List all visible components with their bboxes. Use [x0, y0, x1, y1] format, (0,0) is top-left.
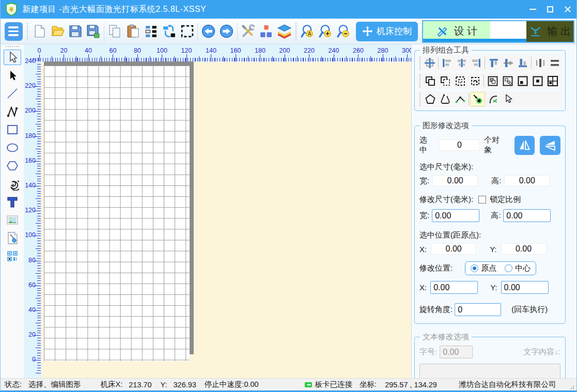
tool-node-edit[interactable] — [4, 68, 21, 83]
lock-ratio-checkbox[interactable] — [478, 196, 486, 203]
align-top-button[interactable] — [486, 56, 501, 70]
save-button[interactable] — [67, 20, 85, 43]
align-tool-row — [418, 55, 562, 71]
break-apart-button[interactable] — [500, 74, 515, 88]
flip-horizontal-button[interactable] — [514, 136, 535, 155]
rotate-angle-input[interactable] — [455, 303, 501, 316]
polygon-open-button[interactable] — [438, 92, 453, 106]
modify-height-input[interactable] — [503, 209, 551, 222]
arrange-tools-title: 排列组合工具 — [420, 45, 472, 55]
polygon-close-button[interactable] — [423, 92, 438, 106]
tab-output[interactable]: 输 出 — [526, 21, 573, 42]
tool-image[interactable] — [4, 212, 21, 228]
align-bottom-button[interactable] — [516, 56, 530, 70]
modify-size-label: 修改尺寸(毫米): — [419, 195, 473, 205]
tool-spiral[interactable] — [4, 176, 21, 192]
mode-tabs: 设 计 输 出 — [422, 20, 574, 43]
snap-node-button[interactable] — [470, 92, 485, 106]
combine-dashed-button[interactable] — [453, 74, 467, 88]
select-all-button[interactable] — [178, 20, 196, 43]
align-center-h-button[interactable] — [455, 56, 469, 70]
array-button[interactable] — [142, 20, 160, 43]
toolbar-grip — [27, 23, 28, 40]
space-horizontal-button[interactable] — [533, 56, 547, 70]
copy-icon — [107, 24, 122, 39]
align-right-button[interactable] — [469, 56, 484, 70]
rectangle-icon — [6, 123, 19, 136]
tool-polyline[interactable] — [4, 104, 21, 119]
tool-vector-fill[interactable] — [4, 230, 21, 246]
regroup-button[interactable] — [467, 74, 482, 88]
space-vertical-button[interactable] — [548, 56, 562, 70]
h-ruler-label: 280 — [375, 47, 391, 54]
v-ruler-label: 120 — [24, 207, 36, 214]
work-area-grid[interactable] — [44, 66, 190, 361]
image-icon — [6, 213, 19, 227]
layers-button[interactable] — [275, 20, 293, 43]
align-left-button[interactable] — [440, 56, 454, 70]
zoom-out-button[interactable] — [335, 20, 353, 43]
align-middle-button[interactable] — [501, 56, 516, 70]
save-as-button[interactable] — [84, 20, 102, 43]
ellipse-icon — [6, 141, 19, 154]
zoom-fit-button[interactable]: A — [299, 20, 317, 43]
tool-array-copy[interactable] — [4, 248, 21, 264]
tool-line[interactable] — [4, 86, 21, 101]
group-button[interactable] — [423, 74, 438, 88]
minimize-button[interactable] — [524, 0, 541, 19]
x-label: X: — [419, 283, 427, 292]
resize-grip[interactable] — [570, 384, 575, 389]
machine-x-value: 213.70 — [129, 381, 151, 389]
modify-width-input[interactable] — [432, 209, 479, 222]
radio-origin[interactable]: 原点 — [471, 263, 496, 273]
anchor-bottom-left-button[interactable] — [515, 74, 530, 88]
redo-button[interactable] — [217, 20, 236, 43]
anchor-pane-button[interactable] — [545, 74, 560, 88]
maximize-button[interactable] — [541, 0, 559, 19]
tool-text[interactable] — [4, 194, 21, 210]
tool-rectangle[interactable] — [4, 122, 21, 137]
width-label: 宽: — [419, 176, 429, 186]
selected-size-label: 选中尺寸(毫米): — [419, 162, 473, 172]
anchor-center-button[interactable] — [530, 74, 545, 88]
zoom-in-button[interactable] — [317, 20, 335, 43]
transform-button[interactable] — [160, 20, 178, 43]
node-polyline-button[interactable] — [453, 92, 467, 106]
active-tab-underline — [423, 39, 526, 42]
settings-button[interactable] — [239, 20, 257, 43]
radio-center[interactable]: 中心 — [505, 263, 531, 273]
tool-polygon[interactable] — [4, 158, 21, 174]
v-ruler-label: 0 — [24, 356, 36, 363]
align-middle-icon — [503, 57, 514, 69]
work-area-right-edge — [190, 61, 194, 354]
ungroup-button[interactable] — [438, 74, 453, 88]
new-file-icon — [32, 24, 47, 39]
copy-button[interactable] — [106, 20, 124, 43]
modify-x-input[interactable] — [430, 281, 478, 294]
select-outline-button[interactable] — [500, 92, 515, 106]
close-button[interactable] — [559, 0, 576, 19]
main-toolbar: A 机床控制 设 计 输 出 — [1, 19, 576, 44]
paste-button[interactable] — [124, 20, 142, 43]
modify-y-input[interactable] — [501, 281, 549, 294]
coord-label: 坐标: — [360, 380, 377, 389]
machine-control-button[interactable]: 机床控制 — [356, 22, 418, 41]
canvas-area[interactable]: 0204060801001201401601802002202402602803… — [24, 44, 411, 378]
polygon-open-icon — [440, 93, 451, 105]
blocks-button[interactable] — [257, 20, 275, 43]
new-file-button[interactable] — [30, 20, 49, 43]
polygon-close-icon — [425, 93, 436, 105]
flip-vertical-button[interactable] — [540, 136, 560, 155]
menu-button[interactable] — [5, 22, 23, 41]
title-bar: 新建项目 -吉光大幅面激光打标系统2.5.8L-XSSY — [1, 0, 576, 19]
align-center-both-button[interactable] — [423, 56, 437, 70]
open-file-button[interactable] — [49, 20, 67, 43]
selected-width-field: 0.00 — [432, 175, 478, 186]
undo-button[interactable] — [199, 20, 217, 43]
board-connected-icon — [304, 381, 313, 389]
tool-ellipse[interactable] — [4, 140, 21, 155]
weld-button[interactable] — [485, 74, 500, 88]
tool-select[interactable] — [4, 50, 21, 65]
work-area-top-edge — [44, 61, 194, 66]
curve-cut-button[interactable] — [485, 92, 500, 106]
